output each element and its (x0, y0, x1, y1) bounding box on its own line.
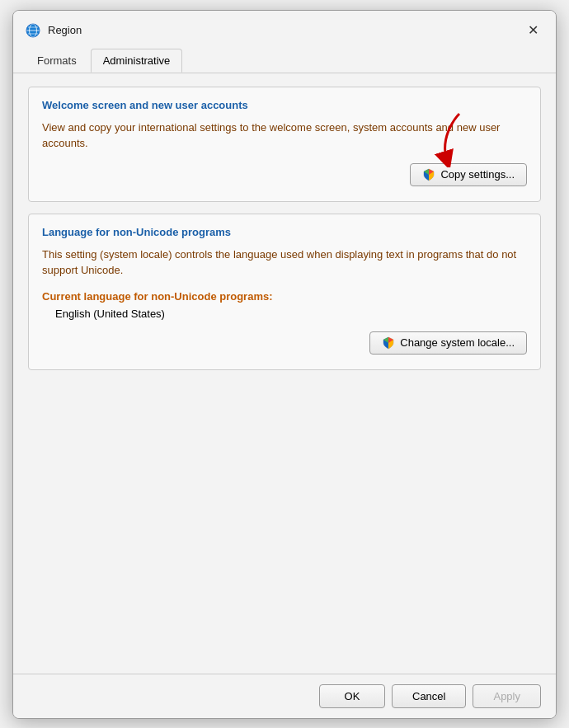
cancel-button[interactable]: Cancel (392, 684, 466, 708)
window-title: Region (48, 24, 82, 36)
copy-settings-label: Copy settings... (440, 168, 515, 181)
change-system-locale-button[interactable]: Change system locale... (369, 331, 527, 355)
current-lang-label: Current language for non-Unicode program… (42, 290, 527, 303)
change-system-locale-label: Change system locale... (400, 336, 515, 349)
title-bar-left: Region (25, 22, 82, 39)
ok-button[interactable]: OK (319, 684, 385, 708)
region-dialog: Region ✕ Formats Administrative Welcome … (12, 10, 557, 719)
title-bar: Region ✕ (13, 11, 556, 42)
non-unicode-section: Language for non-Unicode programs This s… (28, 214, 541, 370)
shield-icon (422, 168, 435, 181)
tab-bar: Formats Administrative (13, 42, 556, 73)
bottom-bar: OK Cancel Apply (13, 674, 556, 718)
globe-icon (25, 22, 41, 39)
content-area: Welcome screen and new user accounts Vie… (13, 73, 556, 674)
arrow-annotation (435, 110, 484, 167)
change-locale-row: Change system locale... (42, 331, 527, 355)
shield-icon-2 (382, 336, 395, 350)
current-lang-highlight: non-Unicode programs (151, 290, 269, 303)
non-unicode-title: Language for non-Unicode programs (42, 226, 527, 238)
apply-button[interactable]: Apply (473, 684, 541, 708)
close-button[interactable]: ✕ (521, 19, 544, 42)
welcome-screen-section: Welcome screen and new user accounts Vie… (28, 87, 541, 202)
current-lang-value: English (United States) (55, 308, 527, 320)
tab-formats[interactable]: Formats (25, 49, 89, 73)
non-unicode-description: This setting (system locale) controls th… (42, 247, 527, 279)
tab-administrative[interactable]: Administrative (91, 49, 183, 73)
